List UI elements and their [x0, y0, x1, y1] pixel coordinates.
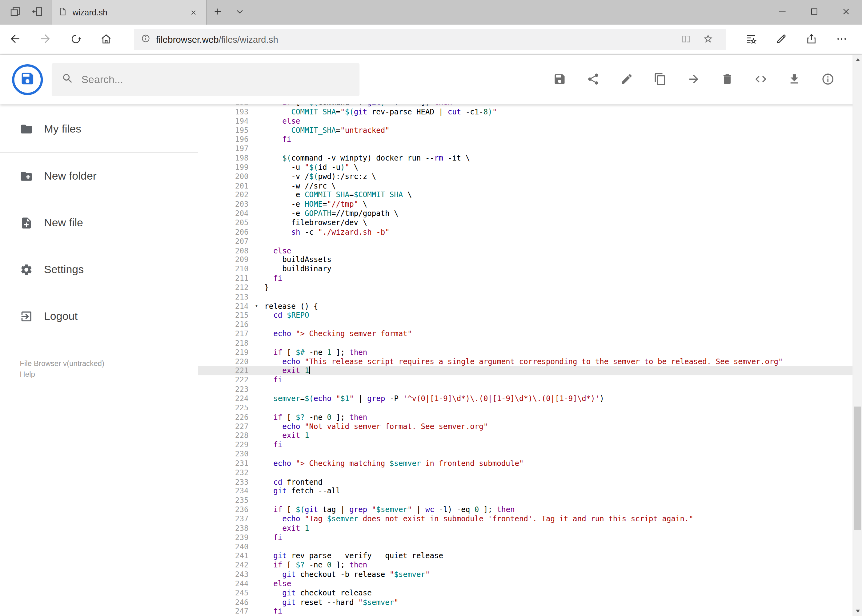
code-line[interactable]: 194 else	[198, 116, 853, 126]
code-line[interactable]: 203 -e HOME="//tmp" \	[198, 200, 853, 209]
code-line[interactable]: 192 if [ "$(command -v git)" != "" ]; th…	[198, 104, 853, 107]
set-tabs-aside-button[interactable]	[27, 0, 48, 25]
share-page-button[interactable]	[796, 25, 826, 54]
code-line[interactable]: 226 if [ $? -ne 0 ]; then	[198, 412, 853, 422]
code-line[interactable]: 222 fi	[198, 376, 853, 385]
code-line[interactable]: 213	[198, 292, 853, 302]
code-line[interactable]: 198 $(command -v winpty) docker run --rm…	[198, 154, 853, 163]
code-line[interactable]: 196 fi	[198, 135, 853, 144]
favorite-star-button[interactable]	[697, 30, 719, 49]
code-line[interactable]: 236 if [ $(git tag | grep "$semver" | wc…	[198, 505, 853, 514]
info-button[interactable]	[821, 73, 835, 86]
code-line[interactable]: 221 exit 1	[198, 366, 853, 376]
page-info-icon[interactable]	[141, 33, 150, 46]
code-editor[interactable]: 192 if [ "$(command -v git)" != "" ]; th…	[198, 104, 853, 616]
reading-view-button[interactable]	[675, 30, 697, 49]
code-line[interactable]: 238 exit 1	[198, 523, 853, 533]
close-window-button[interactable]	[830, 0, 862, 25]
tabs-set-aside-list-button[interactable]	[4, 0, 26, 25]
code-line[interactable]: 216	[198, 320, 853, 329]
download-button[interactable]	[788, 73, 801, 86]
code-line[interactable]: 205 filebrowser/dev \	[198, 218, 853, 227]
sidebar-item-logout[interactable]: Logout	[0, 293, 198, 339]
tab-close-icon[interactable]	[186, 5, 201, 19]
code-line[interactable]: 232	[198, 468, 853, 477]
code-line[interactable]: 247 fi	[198, 607, 853, 616]
code-line[interactable]: 235	[198, 496, 853, 505]
sidebar-item-settings[interactable]: Settings	[0, 246, 198, 293]
code-line[interactable]: 228 exit 1	[198, 431, 853, 440]
code-button[interactable]	[754, 73, 767, 86]
delete-button[interactable]	[721, 73, 734, 86]
minimize-button[interactable]	[766, 0, 798, 25]
scroll-down-arrow-icon[interactable]	[853, 607, 862, 616]
code-line[interactable]: 231 echo "> Checking matching $semver in…	[198, 459, 853, 468]
code-line[interactable]: 237 echo "Tag $semver does not exist in …	[198, 514, 853, 523]
code-line[interactable]: 246 git reset --hard "$semver"	[198, 597, 853, 607]
code-line[interactable]: 217 echo "> Checking semver format"	[198, 329, 853, 338]
code-line[interactable]: 234 git fetch --all	[198, 487, 853, 496]
code-line[interactable]: 227 echo "Not valid semver format. See s…	[198, 422, 853, 431]
code-line[interactable]: 202 -e COMMIT_SHA=$COMMIT_SHA \	[198, 190, 853, 200]
code-line[interactable]: 193 COMMIT_SHA="$(git rev-parse HEAD | c…	[198, 107, 853, 116]
more-options-button[interactable]	[826, 25, 856, 54]
back-button[interactable]	[0, 25, 30, 54]
fold-arrow-icon[interactable]: ▾	[248, 302, 264, 311]
code-line[interactable]: 223	[198, 385, 853, 394]
scrollbar-thumb[interactable]	[854, 407, 861, 530]
code-line[interactable]: 201 -w //src \	[198, 181, 853, 190]
code-line[interactable]: 241 git rev-parse --verify --quiet relea…	[198, 551, 853, 560]
forward-button[interactable]	[30, 25, 60, 54]
code-line[interactable]: 225	[198, 403, 853, 412]
maximize-button[interactable]	[798, 0, 830, 25]
share-button[interactable]	[586, 73, 600, 86]
search-input[interactable]: Search...	[52, 63, 359, 96]
scroll-up-arrow-icon[interactable]	[853, 55, 862, 64]
code-line[interactable]: 195 COMMIT_SHA="untracked"	[198, 126, 853, 135]
refresh-button[interactable]	[60, 25, 90, 54]
code-line[interactable]: 245 git checkout release	[198, 588, 853, 597]
move-button[interactable]	[687, 73, 700, 86]
sidebar-item-new-folder[interactable]: New folder	[0, 153, 198, 200]
code-line[interactable]: 200 -v /$(pwd):/src:z \	[198, 172, 853, 181]
code-line[interactable]: 206 sh -c "./wizard.sh -b"	[198, 227, 853, 236]
code-line[interactable]: 233 cd frontend	[198, 477, 853, 487]
code-line[interactable]: 208 else	[198, 246, 853, 255]
address-bar[interactable]: filebrowser.web/files/wizard.sh	[134, 29, 726, 50]
code-line[interactable]: 215 cd $REPO	[198, 311, 853, 320]
tab-preview-toggle[interactable]	[229, 0, 251, 25]
code-line[interactable]: 218	[198, 338, 853, 347]
code-line[interactable]: 230	[198, 449, 853, 459]
code-line[interactable]: 214▾release () {	[198, 302, 853, 311]
home-button[interactable]	[91, 25, 121, 54]
code-line[interactable]: 207	[198, 236, 853, 246]
code-line[interactable]: 212}	[198, 283, 853, 292]
sidebar-item-new-file[interactable]: New file	[0, 199, 198, 246]
sidebar-item-my-files[interactable]: My files	[0, 105, 198, 152]
vertical-scrollbar[interactable]	[853, 55, 862, 616]
code-line[interactable]: 224 semver=$(echo "$1" | grep -P '^v(0|[…	[198, 394, 853, 403]
code-line[interactable]: 243 git checkout -b release "$semver"	[198, 570, 853, 579]
web-note-pen-button[interactable]	[766, 25, 796, 54]
hub-favorites-button[interactable]	[736, 25, 766, 54]
filebrowser-logo[interactable]	[12, 64, 43, 95]
new-tab-button[interactable]	[207, 0, 229, 25]
code-line[interactable]: 199 -u "$(id -u)" \	[198, 163, 853, 172]
code-line[interactable]: 219 if [ $# -ne 1 ]; then	[198, 347, 853, 357]
code-line[interactable]: 244 else	[198, 579, 853, 588]
code-line[interactable]: 210 buildBinary	[198, 264, 853, 274]
code-line[interactable]: 239 fi	[198, 533, 853, 542]
help-link[interactable]: Help	[20, 369, 104, 380]
copy-button[interactable]	[654, 73, 667, 86]
code-line[interactable]: 197	[198, 144, 853, 153]
code-line[interactable]: 204 -e GOPATH=//tmp/gopath \	[198, 209, 853, 218]
code-line[interactable]: 242 if [ $? -ne 0 ]; then	[198, 560, 853, 570]
save-button[interactable]	[553, 73, 566, 86]
code-line[interactable]: 211 fi	[198, 274, 853, 283]
code-line[interactable]: 209 buildAssets	[198, 255, 853, 264]
code-line[interactable]: 220 echo "This release script requires a…	[198, 357, 853, 366]
edit-button[interactable]	[620, 73, 633, 86]
code-line[interactable]: 240	[198, 542, 853, 551]
browser-tab[interactable]: wizard.sh	[52, 0, 207, 25]
code-line[interactable]: 229 fi	[198, 440, 853, 449]
